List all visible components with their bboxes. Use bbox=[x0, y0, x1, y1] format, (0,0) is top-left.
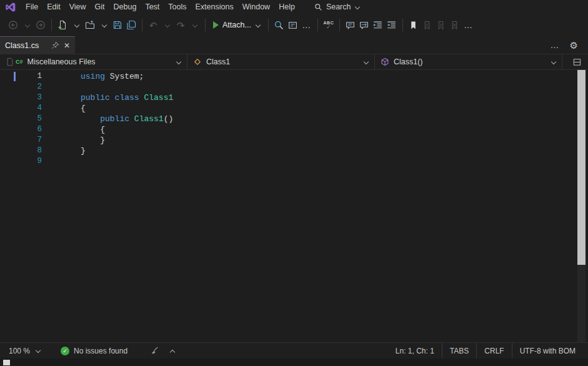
line-number[interactable]: 1 bbox=[0, 71, 42, 82]
tab-list-overflow-button[interactable]: … bbox=[551, 40, 560, 50]
navigate-back-dropdown[interactable] bbox=[20, 17, 34, 32]
toggle-bookmark-button[interactable] bbox=[407, 17, 421, 32]
code-text: public Class1() bbox=[81, 114, 173, 124]
scrollbar-thumb[interactable] bbox=[577, 70, 586, 265]
code-line-1[interactable]: 1using System; bbox=[0, 71, 588, 82]
attach-debugger-button[interactable]: Attach... bbox=[209, 17, 264, 32]
project-dropdown[interactable]: C# Miscellaneous Files bbox=[0, 54, 187, 69]
clear-bookmarks-button[interactable] bbox=[448, 17, 462, 32]
code-line-8[interactable]: 8} bbox=[0, 146, 588, 156]
issues-indicator[interactable]: ✓ No issues found bbox=[61, 347, 127, 355]
navigate-forward-button[interactable] bbox=[34, 17, 47, 32]
increase-indent-button[interactable] bbox=[385, 17, 399, 32]
save-button[interactable] bbox=[111, 17, 124, 32]
line-ending-mode[interactable]: CRLF bbox=[476, 343, 511, 359]
menu-item-file[interactable]: File bbox=[21, 1, 42, 12]
spell-check-button[interactable]: ABC ✓ bbox=[322, 17, 336, 32]
document-tab-bar: Class1.cs ✕ … ⚙ bbox=[0, 36, 588, 54]
zoom-level: 100 % bbox=[9, 347, 30, 355]
menu-item-test[interactable]: Test bbox=[141, 1, 164, 12]
menu-item-tools[interactable]: Tools bbox=[164, 1, 191, 12]
open-file-dropdown[interactable] bbox=[97, 17, 111, 32]
member-dropdown[interactable]: Class1() bbox=[375, 54, 562, 69]
project-dropdown-chevron[interactable] bbox=[176, 59, 181, 65]
comment-selection-button[interactable] bbox=[344, 17, 357, 32]
navigate-back-button[interactable] bbox=[6, 17, 20, 32]
editor-settings-gear-icon[interactable]: ⚙ bbox=[570, 41, 578, 50]
code-line-5[interactable]: 5 public Class1() bbox=[0, 114, 588, 124]
expand-panel-chevron[interactable] bbox=[169, 348, 175, 354]
menu-item-help[interactable]: Help bbox=[274, 1, 299, 12]
code-line-6[interactable]: 6 { bbox=[0, 124, 588, 135]
code-lines: 1using System;23public class Class14{5 p… bbox=[0, 71, 588, 167]
code-editor[interactable]: 1using System;23public class Class14{5 p… bbox=[0, 70, 588, 342]
decrease-indent-button[interactable] bbox=[371, 17, 385, 32]
undo-dropdown[interactable] bbox=[160, 17, 174, 32]
vertical-scrollbar[interactable] bbox=[577, 70, 586, 342]
menu-item-debug[interactable]: Debug bbox=[109, 1, 141, 12]
undo-button[interactable]: ↶ bbox=[146, 17, 160, 32]
code-line-9[interactable]: 9 bbox=[0, 156, 588, 167]
code-text: { bbox=[81, 103, 86, 114]
find-in-files-button[interactable] bbox=[272, 17, 286, 32]
toolbar-separator bbox=[142, 19, 142, 31]
encoding-mode[interactable]: UTF-8 with BOM bbox=[512, 343, 583, 359]
line-number[interactable]: 6 bbox=[0, 124, 42, 135]
menu-item-git[interactable]: Git bbox=[91, 1, 109, 12]
pin-icon[interactable] bbox=[51, 41, 59, 49]
indent-mode[interactable]: TABS bbox=[442, 343, 476, 359]
code-cleanup-broom-icon[interactable] bbox=[150, 346, 159, 355]
menu-item-extensions[interactable]: Extensions bbox=[191, 1, 238, 12]
code-line-7[interactable]: 7 } bbox=[0, 135, 588, 146]
zoom-dropdown-chevron[interactable] bbox=[35, 348, 41, 354]
member-dropdown-chevron[interactable] bbox=[551, 59, 556, 65]
close-tab-icon[interactable]: ✕ bbox=[64, 41, 70, 50]
bookmarks-overflow-button[interactable]: … bbox=[462, 17, 476, 32]
window-bottom-strip bbox=[0, 359, 588, 366]
spellcheck-check-icon: ✓ bbox=[326, 24, 331, 30]
open-file-button[interactable] bbox=[83, 17, 97, 32]
line-number[interactable]: 3 bbox=[0, 92, 42, 103]
code-text: } bbox=[81, 146, 86, 156]
line-number[interactable]: 2 bbox=[0, 82, 42, 92]
tab-class1-cs[interactable]: Class1.cs ✕ bbox=[0, 36, 75, 54]
redo-button[interactable]: ↷ bbox=[174, 17, 187, 32]
menu-item-window[interactable]: Window bbox=[238, 1, 274, 12]
toolbar-overflow-button[interactable]: … bbox=[300, 17, 314, 32]
play-icon bbox=[213, 21, 219, 29]
search-control[interactable]: Search bbox=[314, 2, 361, 11]
save-all-button[interactable] bbox=[124, 17, 138, 32]
code-line-2[interactable]: 2 bbox=[0, 82, 588, 92]
attach-dropdown-chevron[interactable] bbox=[255, 22, 261, 28]
status-bar: 100 % ✓ No issues found Ln: 1, Ch: 1 TAB… bbox=[0, 342, 588, 359]
next-bookmark-button[interactable] bbox=[434, 17, 448, 32]
toolbar-separator bbox=[268, 19, 269, 31]
type-dropdown-chevron[interactable] bbox=[363, 59, 369, 65]
menu-item-edit[interactable]: Edit bbox=[42, 1, 65, 12]
split-window-button[interactable] bbox=[569, 54, 584, 69]
uncomment-selection-button[interactable] bbox=[357, 17, 371, 32]
previous-bookmark-button[interactable] bbox=[421, 17, 434, 32]
line-number[interactable]: 7 bbox=[0, 135, 42, 146]
project-name: Miscellaneous Files bbox=[27, 57, 96, 66]
type-name: Class1 bbox=[206, 57, 230, 66]
toolbar-separator bbox=[317, 19, 318, 31]
zoom-control[interactable]: 100 % bbox=[5, 347, 44, 355]
attach-label: Attach... bbox=[222, 21, 251, 29]
cursor-position[interactable]: Ln: 1, Ch: 1 bbox=[388, 343, 442, 359]
redo-dropdown[interactable] bbox=[187, 17, 201, 32]
navigate-to-button[interactable] bbox=[286, 17, 300, 32]
tab-label: Class1.cs bbox=[5, 41, 47, 50]
code-line-3[interactable]: 3public class Class1 bbox=[0, 92, 588, 103]
line-number[interactable]: 9 bbox=[0, 156, 42, 167]
new-file-button[interactable] bbox=[56, 17, 69, 32]
type-dropdown[interactable]: Class1 bbox=[187, 54, 375, 69]
line-number[interactable]: 5 bbox=[0, 114, 42, 124]
new-file-dropdown[interactable] bbox=[69, 17, 83, 32]
menu-item-view[interactable]: View bbox=[65, 1, 91, 12]
code-line-4[interactable]: 4{ bbox=[0, 103, 588, 114]
line-number[interactable]: 8 bbox=[0, 146, 42, 156]
menu-items: FileEditViewGitDebugTestToolsExtensionsW… bbox=[21, 1, 299, 12]
line-number[interactable]: 4 bbox=[0, 103, 42, 114]
class-icon bbox=[193, 57, 202, 66]
